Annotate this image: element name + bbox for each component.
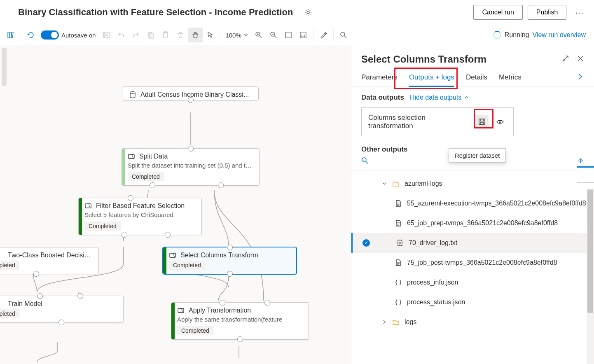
zoom-out-icon[interactable] (266, 28, 281, 42)
node-dataset[interactable]: Adult Census Income Binary Classi... (123, 86, 259, 100)
zoom-level[interactable]: 100% (225, 32, 248, 39)
output-card-label: Columns selection transformation (368, 114, 470, 130)
status-badge: Completed (84, 222, 121, 231)
transform-icon (169, 252, 176, 259)
tab-metrics[interactable]: Metrics (499, 68, 522, 86)
zoom-in-icon[interactable] (251, 28, 266, 42)
node-filter-feature-selection[interactable]: Filter Based Feature Selection Select 5 … (78, 198, 202, 235)
running-spinner-icon (493, 31, 501, 39)
register-dataset-tooltip: Register dataset (449, 148, 506, 163)
data-outputs-heading: Data outputs (361, 93, 404, 102)
autosave-label: Autosave on (61, 32, 96, 39)
tab-parameters[interactable]: Parameters (361, 68, 398, 86)
status-badge: Completed (177, 326, 213, 335)
copy-icon[interactable] (143, 28, 158, 42)
status-badge: Completed (169, 261, 205, 270)
pan-hand-icon[interactable] (188, 28, 203, 42)
settings-gear-icon[interactable] (301, 5, 316, 20)
run-status-label: Running (505, 31, 529, 39)
tree-file[interactable]: 65_job_prep-tvmps_366a5021c2e008efc9a8ef… (351, 213, 594, 233)
filter-icon (84, 202, 92, 210)
tree-folder-logs[interactable]: logs (351, 312, 594, 332)
panel-tabs: Parameters Outputs + logs Details Metric… (351, 68, 594, 87)
status-badge: Completed (0, 261, 19, 270)
status-badge: Completed (128, 172, 164, 181)
node-two-class-boosted[interactable]: Two-Class Boosted Decision Tree Complete… (0, 247, 99, 274)
tree-file[interactable]: process_info.json (351, 273, 594, 292)
expand-panel-icon[interactable] (562, 55, 569, 64)
scrollbar-thumb[interactable] (587, 189, 593, 313)
hide-data-outputs-link[interactable]: Hide data outputs (410, 94, 470, 101)
node-split-data[interactable]: Split Data Split the dataset into traini… (122, 148, 260, 186)
redo-icon[interactable] (129, 28, 143, 42)
tab-outputs-logs[interactable]: Outputs + logs (409, 68, 454, 86)
search-icon[interactable] (336, 28, 351, 42)
toolbar: Autosave on 100% Running View run overvi… (0, 25, 594, 45)
view-run-overview-link[interactable]: View run overview (532, 31, 586, 39)
outputs-search-icon[interactable] (361, 157, 369, 166)
page-header: Binary Classification with Feature Selec… (0, 0, 594, 25)
save-icon[interactable] (99, 28, 114, 42)
fit-screen-icon[interactable] (281, 28, 296, 42)
auto-layout-icon[interactable] (316, 28, 331, 42)
more-menu-button[interactable]: ··· (573, 8, 587, 17)
tabs-scroll-right-icon[interactable] (577, 73, 584, 82)
tree-file[interactable]: process_status.json (351, 292, 594, 312)
library-icon[interactable] (3, 28, 18, 42)
register-dataset-button[interactable] (475, 115, 489, 128)
status-badge: Completed (0, 309, 19, 318)
node-apply-transformation[interactable]: Apply Transformation Apply the same tran… (171, 302, 309, 340)
apply-icon (177, 307, 185, 314)
paste-icon[interactable] (158, 28, 173, 42)
collapse-tree-icon[interactable] (577, 157, 584, 166)
output-card: Columns selection transformation (361, 107, 514, 136)
tab-details[interactable]: Details (466, 68, 487, 86)
close-panel-icon[interactable] (577, 55, 584, 64)
page-title: Binary Classification with Feature Selec… (18, 7, 293, 18)
split-icon (128, 153, 135, 160)
outputs-tree: azureml-logs 55_azureml-execution-tvmps_… (351, 170, 594, 332)
cancel-run-button[interactable]: Cancel run (473, 5, 522, 20)
node-train-model[interactable]: Train Model Completed (0, 296, 124, 323)
tree-folder-azureml-logs[interactable]: azureml-logs (351, 174, 594, 194)
preview-output-button[interactable] (493, 115, 507, 128)
autosave-toggle[interactable] (41, 30, 59, 40)
tree-file[interactable]: 55_azureml-execution-tvmps_366a5021c2e00… (351, 194, 594, 213)
dataset-icon (129, 91, 136, 98)
node-select-columns-transform[interactable]: Select Columns Transform Completed (163, 247, 297, 274)
pipeline-canvas[interactable]: Adult Census Income Binary Classi... Spl… (0, 45, 351, 364)
tree-file-selected[interactable]: ✓ 70_driver_log.txt (351, 233, 594, 253)
details-panel: Select Columns Transform Parameters Outp… (351, 45, 594, 364)
refresh-icon[interactable] (23, 28, 38, 42)
publish-button[interactable]: Publish (528, 5, 566, 20)
panel-title: Select Columns Transform (361, 54, 562, 65)
select-pointer-icon[interactable] (203, 28, 217, 42)
actual-size-icon[interactable] (296, 28, 311, 42)
left-panel-handle[interactable] (2, 48, 7, 86)
delete-icon[interactable] (173, 28, 188, 42)
undo-icon[interactable] (114, 28, 129, 42)
check-icon: ✓ (362, 239, 370, 247)
tree-file[interactable]: 75_job_post-tvmps_366a5021c2e008efc9a8ef… (351, 253, 594, 273)
